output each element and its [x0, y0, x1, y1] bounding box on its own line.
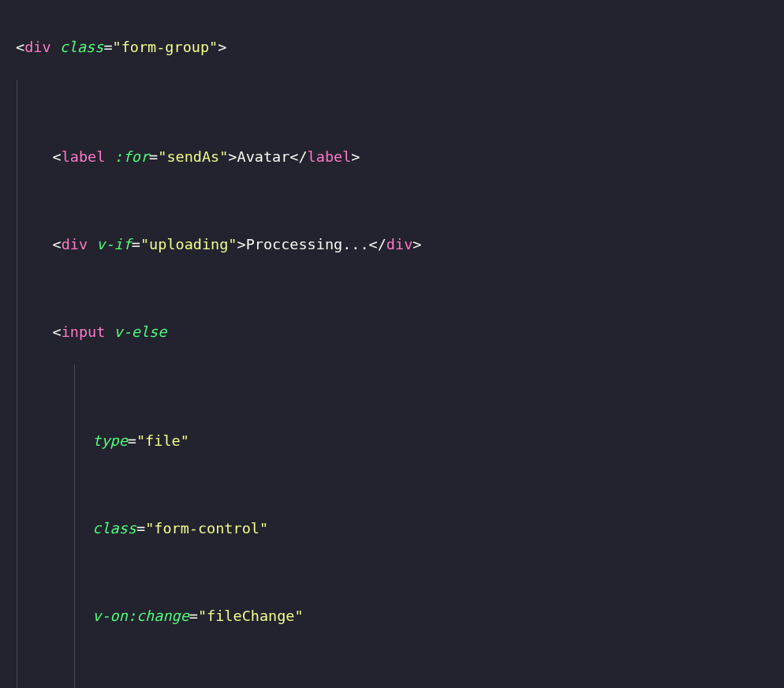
indent	[17, 236, 53, 252]
code-line	[75, 387, 768, 409]
code-line	[75, 562, 768, 584]
space	[105, 323, 114, 340]
equals: =	[128, 432, 136, 449]
attr-value: "fileChange"	[198, 608, 304, 624]
text-content: Avatar	[237, 148, 290, 165]
space	[88, 236, 96, 252]
bracket: <	[16, 39, 24, 55]
attr-name: class	[92, 520, 136, 537]
text-content: Proccessing...	[246, 236, 369, 252]
indent	[17, 323, 53, 340]
code-line: class="form-control"	[75, 518, 768, 540]
tag-name: label	[62, 148, 106, 165]
code-line: <label :for="sendAs">Avatar</label>	[17, 146, 768, 168]
attr-value: "uploading"	[140, 236, 237, 252]
code-line: v-on:change="fileChange"	[75, 605, 768, 627]
code-line	[17, 102, 768, 124]
bracket: </	[369, 236, 386, 252]
equals: =	[149, 148, 158, 165]
equals: =	[189, 608, 198, 624]
equals: =	[132, 236, 140, 252]
bracket: >	[218, 39, 226, 55]
code-line: <input v-else	[17, 321, 768, 343]
attr-name: type	[92, 432, 128, 449]
code-line	[17, 277, 768, 299]
attr-value: "form-group"	[113, 39, 218, 55]
code-block: <div class="form-group"> <label :for="se…	[0, 0, 784, 688]
indent	[17, 148, 53, 165]
code-line: type="file"	[75, 430, 768, 452]
code-line	[75, 649, 768, 671]
attr-value: "form-control"	[145, 520, 268, 537]
indent	[75, 432, 92, 449]
attr-name: v-else	[114, 323, 167, 340]
bracket: <	[53, 236, 62, 252]
bracket: </	[289, 148, 307, 165]
tag-name: label	[308, 148, 352, 165]
equals: =	[136, 520, 145, 537]
attr-name: class	[60, 39, 104, 55]
attr-name: v-on:change	[92, 608, 189, 624]
bracket: >	[351, 148, 360, 165]
bracket: >	[228, 148, 237, 165]
bracket: >	[413, 236, 421, 252]
code-line	[17, 189, 768, 211]
bracket: <	[53, 323, 62, 340]
attr-value: "sendAs"	[158, 148, 228, 165]
bracket: <	[53, 148, 62, 165]
attr-name: :for	[114, 148, 150, 165]
indent	[75, 520, 92, 537]
code-line: <div class="form-group">	[16, 36, 768, 58]
tag-name: div	[62, 236, 88, 252]
equals: =	[103, 39, 112, 55]
tag-name: div	[24, 39, 50, 55]
code-line	[75, 474, 768, 496]
space	[105, 148, 114, 165]
tag-name: input	[62, 323, 106, 340]
bracket: >	[237, 236, 246, 252]
tag-name: div	[386, 236, 413, 252]
space	[51, 39, 60, 55]
attr-value: "file"	[136, 432, 189, 449]
indent	[75, 608, 92, 624]
code-line: <div v-if="uploading">Proccessing...</di…	[17, 234, 768, 256]
attr-name: v-if	[96, 236, 132, 252]
